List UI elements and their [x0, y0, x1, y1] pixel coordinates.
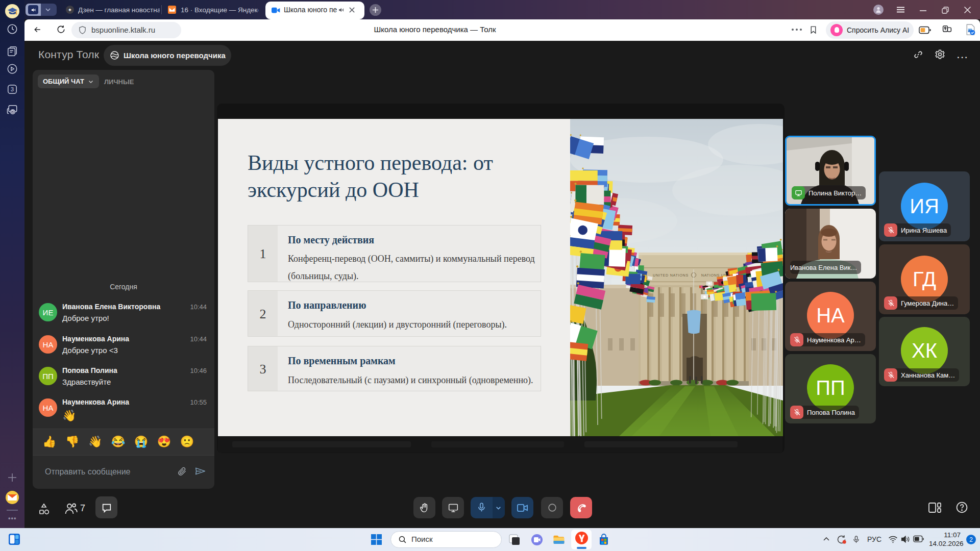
- svg-text:UNITED NATIONS: UNITED NATIONS: [653, 273, 689, 278]
- svg-text:3: 3: [11, 86, 14, 92]
